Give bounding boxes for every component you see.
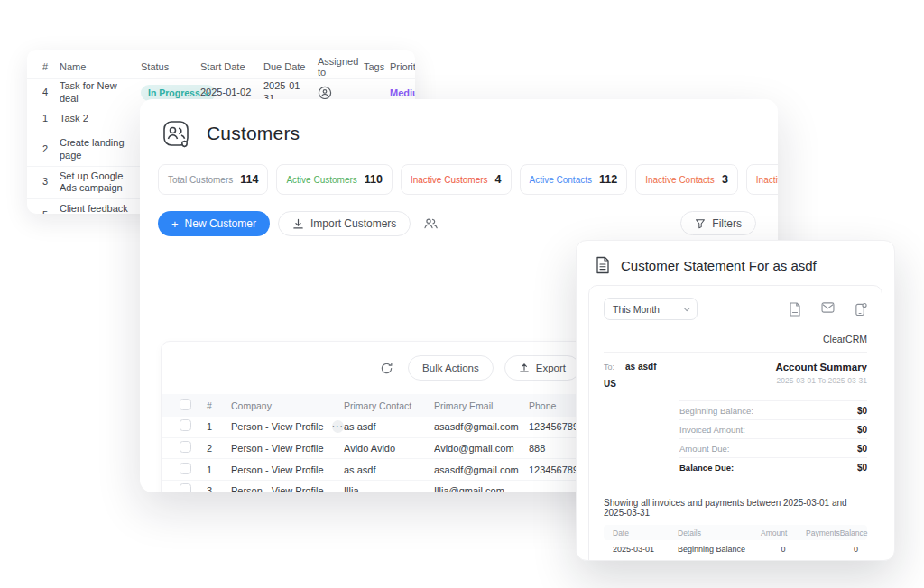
task-num: 2	[42, 143, 60, 156]
priority-label: Medium	[390, 87, 415, 98]
whatsapp-phone-icon[interactable]	[855, 302, 867, 317]
col-num: #	[207, 400, 231, 411]
task-name: Create landing page	[60, 137, 141, 162]
divider	[604, 352, 867, 353]
export-button[interactable]: Export	[504, 355, 580, 381]
showing-range-text: Showing all invoices and payments betwee…	[604, 498, 867, 518]
customer-num: 1	[207, 464, 231, 475]
stmt-details: Beginning Balance	[678, 545, 761, 554]
stat-card: Inactive Contacts 3	[635, 164, 738, 195]
row-menu-button[interactable]: ···	[332, 420, 344, 433]
row-checkbox[interactable]	[180, 483, 191, 492]
task-name: Client feedback review	[60, 203, 141, 214]
select-all-checkbox[interactable]	[180, 399, 191, 410]
customer-statement-panel: Customer Statement For as asdf This Mont…	[576, 240, 895, 561]
summary-row: Beginning Balance: $0	[679, 400, 867, 419]
assignee-avatar-icon[interactable]	[318, 86, 364, 100]
task-num: 1	[42, 113, 60, 125]
new-customer-button[interactable]: + New Customer	[158, 211, 270, 236]
account-summary-title: Account Summary	[775, 362, 867, 372]
priority-dropdown[interactable]: Medium	[390, 87, 415, 98]
statement-table-header: DateDetailsAmountPaymentsBalance	[604, 525, 867, 540]
task-num: 5	[42, 209, 60, 214]
customer-stats: Total Customers 114 Active Customers 110…	[140, 150, 778, 195]
company-link[interactable]: Person - View Profile	[231, 443, 324, 454]
stat-label: Inactive Contacts	[645, 175, 715, 185]
statement-table-rows: 2025-03-01 Beginning Balance 0 0	[604, 540, 867, 557]
stat-label: Total Customers	[168, 175, 233, 185]
company-link[interactable]: Person - View Profile	[231, 485, 324, 492]
stat-card: Active Contacts 112	[520, 164, 628, 195]
tasks-col-start: Start Date	[200, 61, 263, 72]
to-country: US	[604, 379, 656, 389]
summary-row: Balance Due: $0	[679, 457, 867, 476]
company-link[interactable]: Person - View Profile	[231, 421, 324, 432]
stat-card: Inactive Contacts 3	[746, 164, 778, 195]
period-select[interactable]: This Month	[604, 298, 698, 320]
task-num: 3	[42, 176, 60, 188]
stat-value: 3	[722, 173, 728, 186]
brand-label: ClearCRM	[604, 334, 867, 345]
stmt-balance: 0	[808, 545, 858, 554]
company-link[interactable]: Person - View Profile	[231, 464, 324, 475]
primary-email: Illia@gmail.com	[434, 485, 529, 492]
statement-title: Customer Statement For as asdf	[621, 258, 817, 273]
new-customer-label: New Customer	[185, 217, 256, 230]
filter-icon	[695, 218, 706, 229]
chevron-down-icon	[684, 305, 690, 311]
customers-icon	[160, 117, 192, 150]
filters-label: Filters	[712, 217, 742, 230]
status-label: In Progress	[148, 87, 200, 98]
stat-label: Active Contacts	[530, 175, 592, 185]
tasks-col-due: Due Date	[263, 61, 318, 72]
col-primary-contact: Primary Contact	[344, 400, 434, 411]
to-label: To:	[604, 363, 614, 372]
stat-label: Inactive Customers	[411, 175, 488, 185]
primary-contact: Avido Avido	[344, 443, 434, 454]
account-summary-period: 2025-03-01 To 2025-03-31	[775, 376, 867, 385]
tasks-col-priority: Priority	[390, 61, 415, 72]
primary-contact: Illia	[344, 485, 434, 492]
to-name: as asdf	[625, 362, 656, 372]
summary-value: $0	[857, 444, 867, 454]
tasks-col-num: #	[42, 61, 60, 72]
filters-button[interactable]: Filters	[680, 211, 756, 235]
row-checkbox[interactable]	[180, 441, 191, 453]
email-icon[interactable]	[821, 302, 835, 317]
summary-value: $0	[857, 425, 867, 435]
row-checkbox[interactable]	[180, 463, 191, 474]
pdf-file-icon[interactable]	[789, 302, 801, 317]
assign-group-icon[interactable]	[419, 216, 442, 231]
summary-label: Invoiced Amount:	[679, 425, 745, 435]
refresh-icon[interactable]	[376, 362, 397, 375]
app-canvas: # Name Status Start Date Due Date Assign…	[0, 0, 924, 588]
row-checkbox[interactable]	[180, 419, 191, 431]
stat-card: Total Customers 114	[158, 164, 268, 195]
statement-body: This Month	[588, 285, 882, 561]
import-customers-button[interactable]: Import Customers	[278, 211, 411, 236]
stat-value: 110	[365, 173, 383, 186]
summary-value: $0	[857, 463, 867, 473]
tasks-col-status: Status	[141, 61, 200, 72]
bulk-actions-button[interactable]: Bulk Actions	[408, 355, 494, 381]
customer-num: 1	[207, 421, 231, 432]
statement-table-footer: Balance Due $0	[604, 557, 867, 561]
statement-row: 2025-03-01 Beginning Balance 0 0	[604, 540, 867, 557]
primary-contact: as asdf	[344, 464, 434, 475]
task-num: 4	[42, 87, 60, 99]
statement-col: Balance	[840, 528, 891, 537]
stat-label: Inactive Contacts	[756, 175, 778, 185]
statement-col: Payments	[806, 528, 840, 537]
stat-value: 114	[240, 173, 258, 186]
stat-value: 4	[495, 173, 502, 186]
tasks-table-header: # Name Status Start Date Due Date Assign…	[27, 55, 415, 78]
primary-email: Avido@gmail.com	[434, 443, 529, 454]
col-primary-email: Primary Email	[434, 400, 529, 411]
period-select-value: This Month	[613, 304, 660, 315]
summary-row: Amount Due: $0	[679, 438, 867, 457]
tasks-col-assigned: Assigned to	[318, 56, 364, 78]
page-title: Customers	[207, 123, 300, 144]
stat-card: Inactive Customers 4	[401, 164, 512, 195]
primary-email: asasdf@gmail.com	[434, 464, 529, 475]
import-customers-label: Import Customers	[310, 217, 396, 230]
